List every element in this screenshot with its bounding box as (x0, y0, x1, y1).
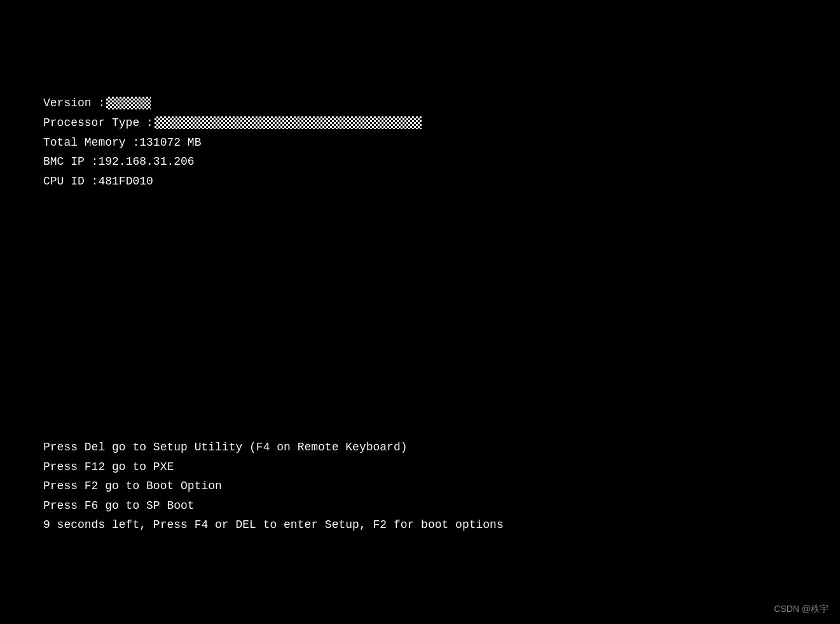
bios-instructions-section: Press Del go to Setup Utility (F4 on Rem… (43, 438, 504, 535)
memory-value: 131072 MB (139, 134, 201, 152)
processor-line: Processor Type : (43, 114, 422, 132)
processor-label: Processor Type : (43, 114, 153, 132)
memory-label: Total Memory : (43, 134, 139, 152)
bios-screen: Version : Processor Type : Total Memory … (0, 0, 840, 624)
bios-info-section: Version : Processor Type : Total Memory … (43, 94, 422, 192)
cpu-label: CPU ID : (43, 172, 98, 191)
memory-line: Total Memory : 131072 MB (43, 134, 422, 152)
bmc-value: 192.168.31.206 (98, 153, 194, 171)
version-value-redacted (106, 97, 151, 109)
processor-value-redacted (155, 116, 422, 129)
countdown-line: 9 seconds left, Press F4 or DEL to enter… (43, 515, 504, 535)
version-label: Version : (43, 94, 105, 113)
instruction-line-2: Press F2 go to Boot Option (43, 476, 504, 496)
instruction-line-1: Press F12 go to PXE (43, 457, 504, 477)
cpu-line: CPU ID : 481FD010 (43, 172, 422, 191)
bmc-line: BMC IP : 192.168.31.206 (43, 153, 422, 171)
instruction-line-0: Press Del go to Setup Utility (F4 on Rem… (43, 438, 504, 457)
cpu-value: 481FD010 (98, 172, 153, 191)
version-line: Version : (43, 94, 422, 113)
watermark: CSDN @秩宇 (774, 604, 829, 615)
bmc-label: BMC IP : (43, 153, 98, 171)
instruction-line-3: Press F6 go to SP Boot (43, 496, 504, 516)
